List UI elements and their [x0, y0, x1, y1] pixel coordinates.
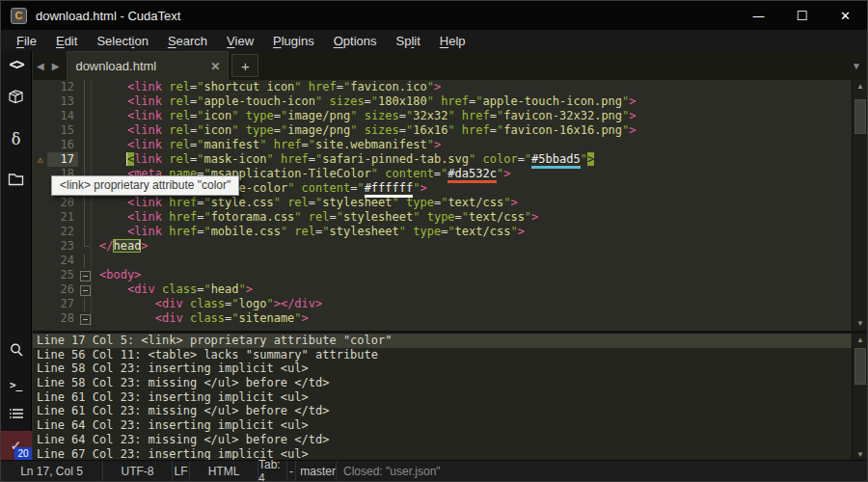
line-number: 26 — [47, 282, 78, 297]
status-selection[interactable]: - — [287, 461, 296, 481]
tab-nav-right-icon[interactable]: ▶ — [48, 61, 64, 71]
code-line-20: 20 <link href="style.css" rel="styleshee… — [33, 196, 852, 210]
code-line-12: 12 <link rel="shortcut icon" href="favic… — [33, 80, 852, 94]
code-line-21: 21 <link href="fotorama.css" rel="styles… — [33, 210, 852, 225]
scroll-up-icon[interactable]: ▲ — [853, 80, 868, 94]
menu-view[interactable]: View — [217, 33, 263, 49]
minimize-button[interactable]: — — [737, 1, 780, 30]
lint-message-row[interactable]: Line 61 Col 23: inserting implicit <ul> — [33, 390, 852, 405]
menu-bar: FileEditSelectionSearchViewPluginsOption… — [1, 30, 867, 51]
git-branch-name: master — [300, 465, 336, 478]
title-bar: C download.html - CudaText — ☐ ✕ — [1, 1, 867, 30]
code-line-14: 14 <link rel="icon" type="image/png" siz… — [33, 109, 852, 123]
code-line-28: 28 <div class="sitename"> — [33, 311, 852, 326]
code-text: <link href="fotorama.css" rel="styleshee… — [92, 210, 538, 225]
new-tab-button[interactable]: + — [231, 54, 258, 77]
code-text: <link rel="shortcut icon" href="favicon.… — [92, 80, 441, 94]
status-tab-size[interactable]: Tab: 4 — [258, 461, 287, 481]
search-icon[interactable] — [1, 337, 32, 362]
lint-message-row[interactable]: Line 64 Col 23: inserting implicit <ul> — [33, 418, 852, 433]
maximize-button[interactable]: ☐ — [780, 1, 824, 30]
code-icon[interactable]: <> — [1, 51, 32, 78]
status-encoding[interactable]: UTF-8 — [103, 461, 173, 481]
console-icon[interactable]: >_ — [1, 372, 32, 397]
tab-bar: ◀ ▶ download.html ✕ + ▼ — [33, 51, 867, 80]
package-icon[interactable] — [1, 84, 32, 109]
menu-help[interactable]: Help — [430, 33, 475, 49]
status-git-branch[interactable]: master — [296, 461, 337, 481]
editor-scrollbar-thumb[interactable] — [854, 99, 866, 134]
code-text: <link rel="manifest" href="site.webmanif… — [92, 138, 441, 152]
fold-column — [78, 239, 92, 254]
fold-column — [78, 196, 92, 210]
fold-column — [78, 80, 92, 94]
fold-column — [78, 109, 92, 123]
fold-column — [78, 152, 92, 167]
fold-column — [78, 138, 92, 152]
code-text: <div class="logo"></div> — [92, 297, 322, 311]
line-number: 12 — [47, 80, 78, 94]
panel-scrollbar[interactable]: ▲ ▼ — [852, 334, 867, 462]
code-text: <link href="mobile.css" rel="stylesheet"… — [92, 225, 525, 239]
warning-icon: ⚠ — [33, 152, 47, 167]
fold-column — [78, 210, 92, 225]
validate-count-badge: 20 — [14, 447, 31, 460]
line-number: 17 — [47, 152, 78, 167]
code-text: <body> — [92, 268, 141, 282]
lint-message-row[interactable]: Line 56 Col 11: <table> lacks "summary" … — [33, 348, 852, 362]
lint-message-row[interactable]: Line 67 Col 23: inserting implicit <ul> — [33, 447, 852, 462]
editor-scrollbar[interactable]: ▲ ▼ — [852, 80, 867, 331]
menu-file[interactable]: File — [7, 33, 46, 49]
menu-search[interactable]: Search — [158, 33, 217, 49]
menu-edit[interactable]: Edit — [46, 33, 87, 49]
tab-close-icon[interactable]: ✕ — [210, 60, 220, 73]
line-number: 28 — [47, 311, 78, 326]
status-line-ends[interactable]: LF — [173, 461, 190, 481]
tab-nav-left-icon[interactable]: ◀ — [33, 61, 48, 71]
fold-toggle-icon[interactable] — [78, 311, 92, 326]
status-lexer[interactable]: HTML — [190, 461, 258, 481]
panel-scrollbar-thumb[interactable] — [854, 348, 866, 385]
code-text: <div class="sitename"> — [92, 311, 309, 326]
lint-message-row[interactable]: Line 17 Col 5: <link> proprietary attrib… — [33, 334, 852, 348]
fold-column — [78, 254, 92, 268]
menu-selection[interactable]: Selection — [87, 33, 158, 49]
code-text: <link rel="icon" type="image/png" sizes=… — [92, 109, 637, 123]
delta-icon[interactable]: δ — [1, 126, 32, 151]
code-text: <link href="style.css" rel="stylesheet" … — [92, 196, 518, 210]
list-icon[interactable] — [1, 401, 32, 426]
lint-message-row[interactable]: Line 64 Col 23: missing </ul> before </t… — [33, 433, 852, 447]
status-caret-position[interactable]: Ln 17, Col 5 — [1, 461, 103, 481]
fold-column — [78, 225, 92, 239]
code-text: <link rel="mask-icon" href="safari-pinne… — [92, 152, 594, 167]
tab-list-dropdown-icon[interactable]: ▼ — [852, 61, 861, 71]
line-number: 16 — [47, 138, 78, 152]
line-number: 13 — [47, 94, 78, 109]
code-text: </head> — [92, 239, 149, 254]
fold-column — [78, 297, 92, 311]
close-button[interactable]: ✕ — [824, 1, 867, 30]
line-number: 21 — [47, 210, 78, 225]
lint-message-row[interactable]: Line 58 Col 23: inserting implicit <ul> — [33, 362, 852, 376]
fold-toggle-icon[interactable] — [78, 268, 92, 282]
fold-column — [78, 123, 92, 138]
code-line-24: 24 — [33, 254, 852, 268]
line-number: 27 — [47, 297, 78, 311]
fold-toggle-icon[interactable] — [78, 282, 92, 297]
validate-icon[interactable]: ✓ 20 — [1, 431, 32, 460]
code-editor[interactable]: 12 <link rel="shortcut icon" href="favic… — [33, 80, 852, 331]
line-number: 14 — [47, 109, 78, 123]
menu-split[interactable]: Split — [387, 33, 430, 49]
tab-download-html[interactable]: download.html ✕ — [67, 51, 229, 80]
app-icon: C — [11, 8, 27, 24]
folder-icon[interactable] — [1, 167, 32, 192]
line-number: 24 — [47, 254, 78, 268]
menu-options[interactable]: Options — [324, 33, 387, 49]
scroll-down-icon[interactable]: ▼ — [853, 317, 868, 331]
scroll-up-icon[interactable]: ▲ — [853, 334, 868, 347]
menu-plugins[interactable]: Plugins — [263, 33, 324, 49]
lint-message-row[interactable]: Line 58 Col 23: missing </ul> before </t… — [33, 376, 852, 390]
code-text: <div class="head"> — [92, 282, 253, 297]
lint-message-row[interactable]: Line 61 Col 23: missing </ul> before </t… — [33, 404, 852, 418]
fold-column — [78, 94, 92, 109]
